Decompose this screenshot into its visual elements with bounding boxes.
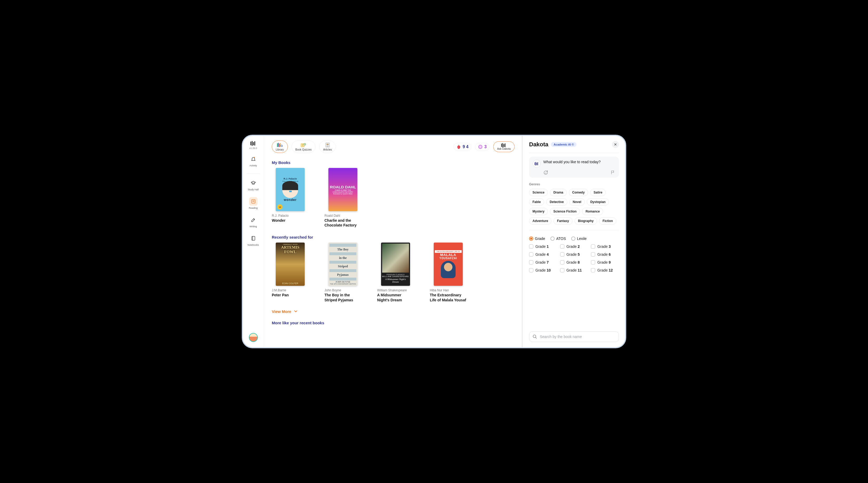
svg-text:?: ? [302,144,303,147]
svg-rect-29 [502,143,503,147]
svg-point-18 [304,143,306,145]
tab-book-quizzes[interactable]: ? Book Quizzes [291,141,316,153]
panel-title: Dakota [529,141,548,148]
genre-pill[interactable]: Fantasy [554,217,572,225]
book-card[interactable]: R.J. Palacio YOU CAN'T BLEND IN wonder 1… [272,168,309,228]
emoji-reaction-button[interactable] [543,170,549,175]
genre-pill[interactable]: Fable [529,198,544,206]
book-author: Roald Dahl [324,214,361,218]
svg-point-27 [479,146,481,148]
grade-checkbox-4[interactable]: Grade 4 [529,252,557,257]
svg-line-40 [535,337,537,339]
book-cover-icon: The Boy in the Striped Pyjamas JOHN BOYN… [329,243,358,286]
rosette-icon [478,144,483,149]
svg-rect-31 [505,143,506,147]
svg-rect-30 [504,144,504,147]
app-logo [250,141,256,146]
svg-rect-28 [501,144,502,147]
book-card[interactable]: CRIMINALLY GOOD ARTEMIS FOWL EOIN COLFER… [272,243,309,302]
genre-pill[interactable]: Satire [590,189,606,196]
checkbox-icon [560,245,564,249]
svg-point-36 [544,171,548,174]
badge-counter[interactable]: 3 [475,143,490,151]
genre-pill[interactable]: Comedy [569,189,588,196]
scale-radio-grade[interactable]: Grade [529,236,545,241]
nav-activity[interactable]: Activity [245,155,261,167]
book-author: William Shakespeare [377,288,414,292]
scrollbar-track[interactable] [522,136,523,347]
ask-dakota-button[interactable]: Ask Dakota [493,141,515,152]
grade-checkbox-5[interactable]: Grade 5 [560,252,588,257]
grade-checkbox-7[interactable]: Grade 7 [529,260,557,264]
genre-pill[interactable]: Science Fiction [550,208,580,215]
genre-pill[interactable]: Novel [569,198,585,206]
nav-writing[interactable]: Writing [245,216,261,228]
recent-books-row: CRIMINALLY GOOD ARTEMIS FOWL EOIN COLFER… [272,243,515,302]
emoji-add-icon [543,170,549,175]
svg-rect-0 [250,142,251,145]
scale-radio-lexile[interactable]: Lexile [571,236,587,241]
book-card[interactable]: PENGUIN CLASSICS WILLIAM SHAKESPEARE A M… [377,243,414,302]
tab-articles[interactable]: Articles [319,141,336,153]
grade-checkbox-3[interactable]: Grade 3 [591,245,619,249]
svg-rect-10 [277,143,278,147]
genre-pill[interactable]: Fiction [599,217,616,225]
user-avatar[interactable] [249,333,258,342]
genre-pill[interactable]: Drama [550,189,566,196]
close-button[interactable]: ✕ [612,141,619,148]
genre-pill[interactable]: Biography [575,217,597,225]
genre-list: ScienceDramaComedySatireFableDetectiveNo… [529,189,619,225]
checkbox-icon [529,260,533,264]
genre-pill[interactable]: Science [529,189,548,196]
article-icon [325,142,330,148]
checkbox-icon [529,252,533,257]
genre-pill[interactable]: Dystopian [587,198,609,206]
grade-checkbox-9[interactable]: Grade 9 [591,260,619,264]
search-input[interactable] [540,335,615,339]
section-more-like-title: More like your recent books [272,320,515,325]
dakota-panel: Dakota Academic AI © ✕ What would you li… [523,136,625,347]
svg-rect-11 [278,143,279,147]
grade-checkbox-2[interactable]: Grade 2 [560,245,588,249]
tab-library[interactable]: Library [272,141,288,153]
view-more-button[interactable]: View More [272,309,515,314]
nav-study-hall[interactable]: Study Hall [245,179,261,191]
grade-checkbox-12[interactable]: Grade 12 [591,268,619,272]
genre-pill[interactable]: Adventure [529,217,552,225]
scale-radio-atos[interactable]: ATOS [550,236,566,241]
grade-checkbox-11[interactable]: Grade 11 [560,268,588,272]
nav-notebooks[interactable]: Notebooks [245,234,261,246]
radio-icon [550,236,555,241]
grade-checkbox-10[interactable]: Grade 10 [529,268,557,272]
checkbox-icon [591,260,595,264]
search-box[interactable] [529,332,619,342]
svg-line-15 [282,146,283,147]
close-icon: ✕ [614,142,617,147]
grade-checkbox-6[interactable]: Grade 6 [591,252,619,257]
prompt-text: What would you like to read today? [543,160,615,164]
checkbox-icon [591,268,595,272]
svg-rect-8 [252,236,255,240]
book-author: J.M.Barrie [272,288,309,292]
genre-pill[interactable]: Mystery [529,208,548,215]
book-card[interactable]: The Boy in the Striped Pyjamas JOHN BOYN… [324,243,361,302]
book-open-icon [249,197,257,206]
grade-checkbox-1[interactable]: Grade 1 [529,245,557,249]
genre-pill[interactable]: Detective [546,198,567,206]
svg-rect-3 [254,141,255,145]
streak-counter[interactable]: 9 4 [454,143,471,151]
checkbox-icon [529,268,533,272]
book-author: John Boyne [324,288,361,292]
svg-rect-20 [327,144,329,145]
book-cover-icon: R.J. Palacio YOU CAN'T BLEND IN wonder 1… [276,168,305,211]
grade-checkbox-8[interactable]: Grade 8 [560,260,588,264]
nav-reading[interactable]: Reading [245,197,261,209]
book-cover-icon: ROALD DAHL CHARLIE AND THE CHOCOLATE FAC… [329,168,358,211]
genre-pill[interactable]: Romance [582,208,603,215]
book-card[interactable]: ROALD DAHL CHARLIE AND THE CHOCOLATE FAC… [324,168,361,228]
quiz-icon: ? [301,142,306,148]
flag-button[interactable] [611,170,615,175]
book-card[interactable]: THE EXTRAORDINARY LIFE OF MALALA YOUSAFZ… [430,243,467,302]
svg-point-4 [254,157,255,158]
academic-ai-pill: Academic AI © [551,142,577,147]
